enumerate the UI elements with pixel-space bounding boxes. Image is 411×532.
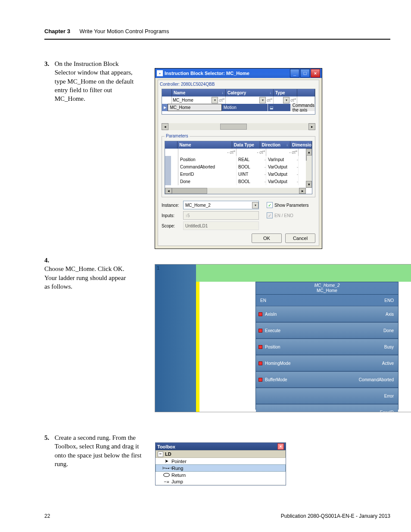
fb-port-row: BufferMode CommandAborted (256, 371, 398, 388)
col-name[interactable]: Name↓ (172, 89, 226, 96)
scroll-down-icon[interactable]: ▾ (306, 181, 312, 188)
port-eno[interactable]: ENO (384, 298, 394, 303)
pin-icon[interactable] (258, 378, 262, 382)
scroll-left-icon[interactable]: ◂ (165, 188, 172, 194)
param-row[interactable]: ErrorID UINT- VarOutput- (165, 171, 312, 178)
port-execute[interactable]: Execute (265, 328, 280, 333)
instance-input[interactable]: MC_Home_2 ▾ (183, 201, 259, 209)
toolbox-titlebar[interactable]: Toolbox × (156, 443, 286, 450)
ok-button[interactable]: OK (252, 233, 282, 243)
step-4-number: 4. (44, 256, 53, 264)
close-button[interactable]: × (311, 69, 320, 78)
step-4-text: Choose MC_Home. Click OK. Your ladder ru… (44, 264, 133, 291)
instance-label: Instance: (162, 203, 183, 208)
port-done[interactable]: Done (383, 328, 394, 333)
rung-header[interactable]: 1 (155, 264, 196, 412)
category-filter-input[interactable]: ▾ σt* (226, 96, 274, 104)
page-header: Chapter 3 Write Your Motion Control Prog… (44, 28, 367, 34)
scroll-thumb[interactable] (306, 155, 307, 161)
grid-filter-row: - σt* - σt* - σt* (165, 149, 312, 156)
toolbox-item-pointer[interactable]: ➤ Pointer (156, 458, 286, 464)
sort-icon: ↓ (286, 141, 288, 149)
dropdown-icon[interactable]: ▾ (259, 97, 266, 103)
show-parameters-label: Show Parameters (274, 203, 308, 208)
port-errorid[interactable]: ErrorID (380, 410, 394, 413)
rung-workspace[interactable]: MC_Home_2 MC_Home EN ENO AxisIn Axis Exe… (199, 282, 411, 412)
minimize-button[interactable]: _ (290, 69, 299, 78)
toolbox-item-rung[interactable]: ⊢⊶⊣ Rung (156, 464, 286, 472)
function-block[interactable]: MC_Home_2 MC_Home EN ENO AxisIn Axis Exe… (255, 282, 399, 410)
port-axis[interactable]: Axis (386, 312, 394, 317)
scroll-thumb[interactable] (220, 124, 247, 130)
horizontal-scrollbar[interactable]: ◂ ▸ (165, 188, 306, 194)
horizontal-scrollbar[interactable]: ◂ ▸ (162, 123, 315, 130)
pin-icon[interactable] (258, 329, 262, 333)
cancel-button[interactable]: Cancel (285, 233, 315, 243)
toolbox-category[interactable]: − LD (156, 450, 286, 458)
power-rail (196, 264, 199, 412)
close-icon[interactable]: × (277, 443, 284, 450)
col-name[interactable]: Name (177, 141, 232, 149)
port-error[interactable]: Error (384, 394, 394, 398)
fb-port-row: Position Busy (256, 339, 398, 355)
toolbox-item-jump[interactable]: −» Jump (156, 478, 286, 485)
port-en[interactable]: EN (260, 298, 266, 303)
port-position[interactable]: Position (265, 345, 280, 349)
port-buffermode[interactable]: BufferMode (265, 377, 287, 382)
name-filter-input[interactable]: MC_Home ▾ σt* (172, 96, 226, 104)
inputs-spinner[interactable]: ↕ 5 (183, 211, 259, 220)
col-category[interactable]: Category↓ (226, 89, 274, 96)
step-5-number: 5. (44, 433, 53, 442)
dropdown-icon[interactable]: ▾ (212, 97, 218, 103)
instance-row: Instance: MC_Home_2 ▾ ✓ Show Parameters (162, 201, 315, 209)
vertical-scrollbar[interactable]: ▴ ▾ (306, 149, 312, 188)
collapse-icon[interactable]: − (158, 451, 163, 457)
col-datatype[interactable]: Data Type (232, 141, 260, 149)
scroll-left-icon[interactable]: ◂ (162, 123, 168, 130)
rung-icon: ⊢⊶⊣ (164, 466, 170, 470)
cell-comment: Commands the axis (291, 104, 315, 111)
fb-port-row: HomingMode Active (256, 355, 398, 371)
col-direction[interactable]: Direction↓ (260, 141, 290, 149)
dropdown-icon[interactable]: ▾ (252, 202, 258, 208)
cell-name: MC_Home (168, 104, 221, 111)
grid-row[interactable]: ▶ MC_Home Motion ⬓ Commands the axis (162, 104, 315, 111)
maximize-button[interactable]: □ (300, 69, 310, 78)
step-3: 3. On the Instruction Block Selector win… (44, 59, 139, 103)
port-homingmode[interactable]: HomingMode (265, 361, 290, 366)
pin-icon[interactable] (258, 361, 262, 365)
window-titlebar[interactable]: ▪ Instruction Block Selector: MC_Home _ … (155, 68, 322, 78)
scope-label: Scope: (162, 224, 183, 228)
inputs-row: Inputs: ↕ 5 ✓ EN / ENO (162, 211, 315, 220)
port-active[interactable]: Active (382, 361, 394, 366)
port-axisin[interactable]: AxisIn (265, 312, 277, 317)
inputs-label: Inputs: (162, 213, 183, 218)
chapter-label: Chapter 3 (44, 28, 70, 34)
pin-icon[interactable] (258, 312, 262, 316)
col-dimension[interactable]: Dimensio (290, 141, 312, 149)
step-3-number: 3. (44, 59, 53, 68)
scroll-right-icon[interactable]: ▸ (299, 188, 306, 194)
jump-icon: −» (163, 479, 170, 484)
scroll-up-icon[interactable]: ▴ (306, 149, 312, 156)
scroll-right-icon[interactable]: ▸ (308, 123, 315, 130)
param-row[interactable]: CommandAborted BOOL- VarOutput- (165, 163, 312, 171)
branch-area (196, 264, 411, 282)
scroll-thumb[interactable] (172, 188, 207, 194)
scope-row: Scope: UntitledLD1 (162, 221, 315, 230)
fb-port-row: EN ENO (256, 295, 398, 306)
port-commandaborted[interactable]: CommandAborted (359, 377, 394, 382)
en-eno-label: EN / ENO (274, 213, 293, 218)
port-busy[interactable]: Busy (384, 345, 394, 349)
toolbox-item-return[interactable]: Return (156, 472, 286, 478)
grid-filter-row: MC_Home ▾ σt* ▾ σt* ▾ σt* (162, 96, 315, 104)
param-row[interactable]: Done BOOL- VarOutput- (165, 178, 312, 185)
col-type[interactable]: Type (274, 89, 297, 96)
pin-icon[interactable] (258, 345, 262, 349)
param-row[interactable]: Position REAL- VarInput- (165, 156, 312, 163)
show-parameters-checkbox[interactable]: ✓ (267, 202, 273, 208)
window-title: Instruction Block Selector: MC_Home (165, 71, 249, 76)
dropdown-icon[interactable]: ▾ (283, 97, 290, 103)
step-5-text: Create a second rung. From the Toolbox, … (55, 433, 143, 468)
sort-icon: ↓ (222, 89, 224, 96)
